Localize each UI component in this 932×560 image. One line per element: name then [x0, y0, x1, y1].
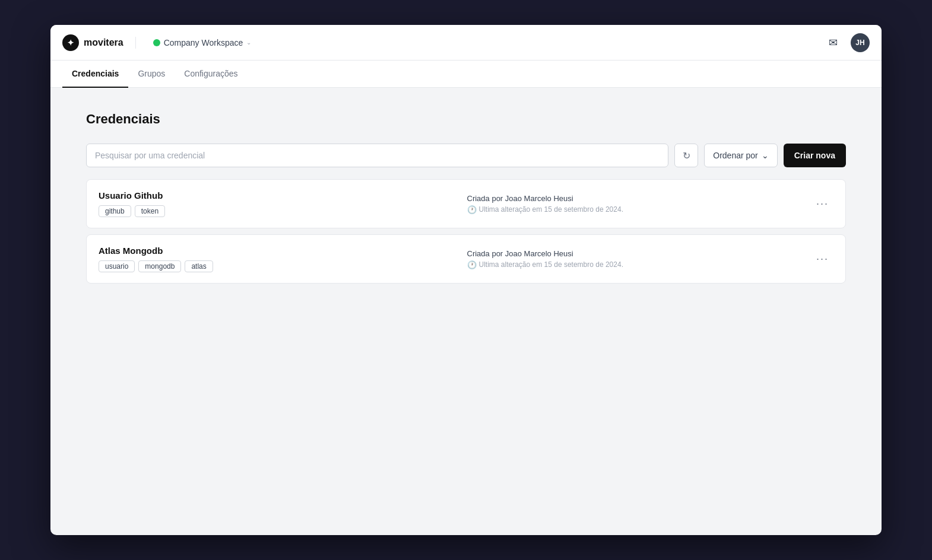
credential-name: Atlas Mongodb	[99, 246, 443, 256]
toolbar: ↻ Ordenar por ⌄ Criar nova	[86, 144, 846, 167]
last-modified: 🕐 Ultima alteração em 15 de setembro de …	[467, 260, 812, 269]
modified-time: Ultima alteração em 15 de setembro de 20…	[479, 260, 623, 269]
header-divider	[135, 37, 136, 49]
refresh-button[interactable]: ↻	[674, 144, 698, 167]
more-options-button[interactable]: ···	[811, 194, 833, 214]
tag: usuario	[99, 260, 135, 272]
tab-credenciais[interactable]: Credenciais	[62, 61, 128, 88]
sort-button[interactable]: Ordenar por ⌄	[704, 144, 777, 167]
tag: atlas	[185, 260, 213, 272]
clock-icon: 🕐	[467, 205, 477, 214]
mail-icon: ✉	[829, 36, 838, 49]
tab-configuracoes[interactable]: Configurações	[175, 61, 247, 88]
logo-icon: ✦	[62, 34, 79, 51]
header: ✦ movitera Company Workspace ⌄ ✉ JH	[50, 25, 882, 61]
app-window: ✦ movitera Company Workspace ⌄ ✉ JH Cred	[50, 25, 882, 535]
header-right: ✉ JH	[822, 32, 870, 53]
last-modified: 🕐 Ultima alteração em 15 de setembro de …	[467, 205, 812, 214]
tag: token	[135, 205, 165, 217]
tabs-bar: Credenciais Grupos Configurações	[50, 61, 882, 88]
tag: mongodb	[138, 260, 181, 272]
credential-name: Usuario Github	[99, 190, 443, 201]
workspace-name: Company Workspace	[164, 38, 243, 47]
more-options-button[interactable]: ···	[811, 249, 833, 269]
modified-time: Ultima alteração em 15 de setembro de 20…	[479, 205, 623, 214]
card-left: Atlas Mongodb usuariomongodbatlas	[99, 246, 443, 272]
avatar-initials: JH	[855, 39, 864, 47]
sort-chevron-icon: ⌄	[762, 151, 769, 160]
tag: github	[99, 205, 131, 217]
page-title: Credenciais	[86, 112, 846, 127]
workspace-selector[interactable]: Company Workspace ⌄	[148, 35, 257, 50]
main-content: Credenciais ↻ Ordenar por ⌄ Criar nova U…	[50, 88, 882, 313]
credentials-list: Usuario Github githubtoken Criada por Jo…	[86, 179, 846, 284]
workspace-status-dot	[153, 39, 160, 46]
logo-text: movitera	[84, 37, 123, 48]
refresh-icon: ↻	[683, 150, 690, 161]
search-input[interactable]	[86, 144, 668, 167]
card-left: Usuario Github githubtoken	[99, 190, 443, 217]
create-button[interactable]: Criar nova	[784, 144, 846, 167]
card-meta: Criada por Joao Marcelo Heusi 🕐 Ultima a…	[443, 249, 812, 269]
tag-list: githubtoken	[99, 205, 443, 217]
card-meta: Criada por Joao Marcelo Heusi 🕐 Ultima a…	[443, 194, 812, 214]
avatar[interactable]: JH	[851, 33, 870, 52]
card-actions: ···	[811, 194, 833, 214]
sort-label: Ordenar por	[713, 151, 757, 160]
card-actions: ···	[811, 249, 833, 269]
clock-icon: 🕐	[467, 260, 477, 269]
credential-card: Usuario Github githubtoken Criada por Jo…	[86, 179, 846, 228]
workspace-chevron-icon: ⌄	[246, 39, 251, 46]
mail-button[interactable]: ✉	[822, 32, 844, 53]
header-left: ✦ movitera Company Workspace ⌄	[62, 34, 256, 51]
tab-grupos[interactable]: Grupos	[128, 61, 175, 88]
tag-list: usuariomongodbatlas	[99, 260, 443, 272]
logo: ✦ movitera	[62, 34, 123, 51]
credential-card: Atlas Mongodb usuariomongodbatlas Criada…	[86, 234, 846, 284]
creator-text: Criada por Joao Marcelo Heusi	[467, 249, 812, 258]
creator-text: Criada por Joao Marcelo Heusi	[467, 194, 812, 203]
